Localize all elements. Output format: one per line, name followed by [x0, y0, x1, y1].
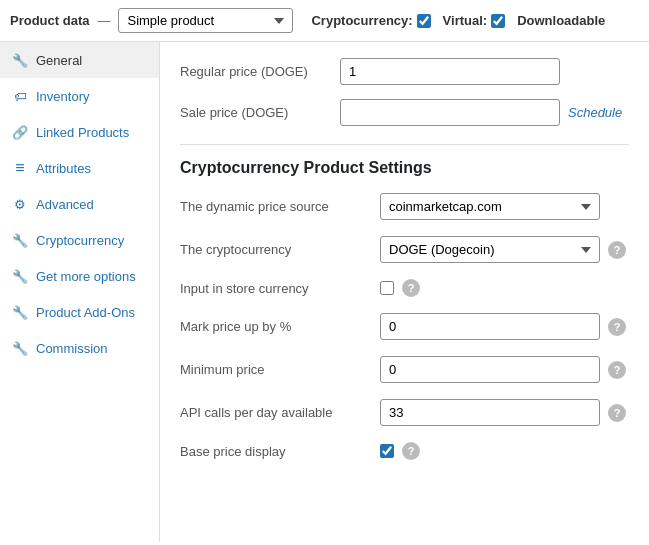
main-layout: 🔧 General 🏷 Inventory 🔗 Linked Products …	[0, 42, 649, 542]
virtual-option: Virtual:	[443, 13, 506, 28]
sidebar-item-commission[interactable]: 🔧 Commission	[0, 330, 159, 366]
input-store-currency-row: Input in store currency ?	[180, 279, 629, 297]
sidebar-item-inventory[interactable]: 🏷 Inventory	[0, 78, 159, 114]
schedule-link[interactable]: Schedule	[568, 105, 622, 120]
dynamic-price-source-select[interactable]: coinmarketcap.com coingecko.com	[380, 193, 600, 220]
cryptocurrency-control: DOGE (Dogecoin) BTC (Bitcoin) ETH (Ether…	[380, 236, 626, 263]
product-type-select[interactable]: Simple productGrouped productExternal/Af…	[118, 8, 293, 33]
regular-price-input[interactable]	[340, 58, 560, 85]
wrench-icon-5: 🔧	[12, 340, 28, 356]
mark-price-up-help-icon[interactable]: ?	[608, 318, 626, 336]
mark-price-up-control: ?	[380, 313, 626, 340]
sidebar-label-attributes: Attributes	[36, 161, 91, 176]
dynamic-price-source-control: coinmarketcap.com coingecko.com	[380, 193, 600, 220]
base-price-display-control: ?	[380, 442, 420, 460]
input-store-currency-control: ?	[380, 279, 420, 297]
regular-price-label: Regular price (DOGE)	[180, 64, 340, 79]
api-calls-control: ?	[380, 399, 626, 426]
sale-price-input[interactable]	[340, 99, 560, 126]
gear-icon: ⚙	[12, 196, 28, 212]
virtual-option-label: Virtual:	[443, 13, 488, 28]
api-calls-input[interactable]	[380, 399, 600, 426]
wrench-icon: 🔧	[12, 52, 28, 68]
sidebar-label-commission: Commission	[36, 341, 108, 356]
cryptocurrency-select[interactable]: DOGE (Dogecoin) BTC (Bitcoin) ETH (Ether…	[380, 236, 600, 263]
sidebar-label-general: General	[36, 53, 82, 68]
base-price-display-row: Base price display ?	[180, 442, 629, 460]
regular-price-row: Regular price (DOGE)	[180, 58, 629, 85]
input-store-currency-label: Input in store currency	[180, 281, 380, 296]
list-icon: ≡	[12, 160, 28, 176]
downloadable-option: Downloadable	[517, 13, 605, 28]
minimum-price-control: ?	[380, 356, 626, 383]
sidebar-item-get-more-options[interactable]: 🔧 Get more options	[0, 258, 159, 294]
sidebar-item-advanced[interactable]: ⚙ Advanced	[0, 186, 159, 222]
minimum-price-input[interactable]	[380, 356, 600, 383]
product-options: Cryptocurrency: Virtual: Downloadable	[311, 13, 605, 28]
cryptocurrency-checkbox[interactable]	[417, 14, 431, 28]
dynamic-price-source-row: The dynamic price source coinmarketcap.c…	[180, 193, 629, 220]
api-calls-row: API calls per day available ?	[180, 399, 629, 426]
cryptocurrency-option: Cryptocurrency:	[311, 13, 430, 28]
sidebar-label-inventory: Inventory	[36, 89, 89, 104]
sale-price-row: Sale price (DOGE) Schedule	[180, 99, 629, 126]
input-store-currency-help-icon[interactable]: ?	[402, 279, 420, 297]
sidebar-label-cryptocurrency: Cryptocurrency	[36, 233, 124, 248]
cryptocurrency-help-icon[interactable]: ?	[608, 241, 626, 259]
product-data-bar: Product data — Simple productGrouped pro…	[0, 0, 649, 42]
sidebar-item-linked-products[interactable]: 🔗 Linked Products	[0, 114, 159, 150]
cryptocurrency-label: The cryptocurrency	[180, 242, 380, 257]
input-store-currency-checkbox[interactable]	[380, 281, 394, 295]
minimum-price-help-icon[interactable]: ?	[608, 361, 626, 379]
cryptocurrency-option-label: Cryptocurrency:	[311, 13, 412, 28]
wrench-icon-4: 🔧	[12, 304, 28, 320]
dynamic-price-source-label: The dynamic price source	[180, 199, 380, 214]
mark-price-up-label: Mark price up by %	[180, 319, 380, 334]
base-price-display-label: Base price display	[180, 444, 380, 459]
wrench-icon-2: 🔧	[12, 232, 28, 248]
api-calls-help-icon[interactable]: ?	[608, 404, 626, 422]
api-calls-label: API calls per day available	[180, 405, 380, 420]
sidebar-label-advanced: Advanced	[36, 197, 94, 212]
sidebar-item-general[interactable]: 🔧 General	[0, 42, 159, 78]
crypto-settings-title: Cryptocurrency Product Settings	[180, 144, 629, 177]
downloadable-option-label: Downloadable	[517, 13, 605, 28]
sidebar-label-product-add-ons: Product Add-Ons	[36, 305, 135, 320]
mark-price-up-row: Mark price up by % ?	[180, 313, 629, 340]
sale-price-label: Sale price (DOGE)	[180, 105, 340, 120]
sidebar-label-get-more-options: Get more options	[36, 269, 136, 284]
tag-icon: 🏷	[12, 88, 28, 104]
sidebar-item-product-add-ons[interactable]: 🔧 Product Add-Ons	[0, 294, 159, 330]
base-price-display-help-icon[interactable]: ?	[402, 442, 420, 460]
dash: —	[97, 13, 110, 28]
product-data-label: Product data	[10, 13, 89, 28]
content-area: Regular price (DOGE) Sale price (DOGE) S…	[160, 42, 649, 542]
wrench-icon-3: 🔧	[12, 268, 28, 284]
mark-price-up-input[interactable]	[380, 313, 600, 340]
virtual-checkbox[interactable]	[491, 14, 505, 28]
minimum-price-label: Minimum price	[180, 362, 380, 377]
sidebar-label-linked-products: Linked Products	[36, 125, 129, 140]
sidebar-item-attributes[interactable]: ≡ Attributes	[0, 150, 159, 186]
link-icon: 🔗	[12, 124, 28, 140]
sidebar: 🔧 General 🏷 Inventory 🔗 Linked Products …	[0, 42, 160, 542]
base-price-display-checkbox[interactable]	[380, 444, 394, 458]
sidebar-item-cryptocurrency[interactable]: 🔧 Cryptocurrency	[0, 222, 159, 258]
minimum-price-row: Minimum price ?	[180, 356, 629, 383]
cryptocurrency-row: The cryptocurrency DOGE (Dogecoin) BTC (…	[180, 236, 629, 263]
